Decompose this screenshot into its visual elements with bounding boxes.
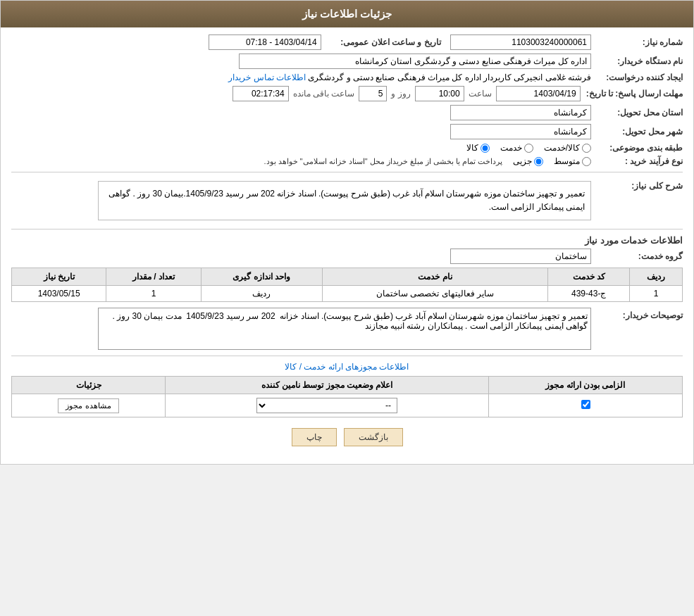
creator-value: فرشته غلامی انجیرکی کاربردار اداره کل می… <box>308 73 591 82</box>
deadline-days: 5 <box>359 86 387 101</box>
service-group-value: ساختمان <box>450 249 591 264</box>
deadline-remain-label: ساعت باقی مانده <box>293 89 355 99</box>
province-label: استان محل تحویل: <box>591 108 683 118</box>
category-label: طبقه بندی موضوعی: <box>591 143 683 153</box>
service-table-header: ردیف کد خدمت نام خدمت واحد اندازه گیری ت… <box>12 268 683 286</box>
deadline-row: مهلت ارسال پاسخ: تا تاریخ: 1403/04/19 سا… <box>11 86 683 101</box>
permission-table-header: الزامی بودن ارائه مجوز اعلام وضعیت مجوز … <box>12 377 683 394</box>
buyer-desc-label: توصیحات خریدار: <box>591 308 683 320</box>
cell-date: 1403/05/15 <box>12 286 106 302</box>
category-option-service[interactable]: خدمت <box>500 143 533 153</box>
category-option-goods[interactable]: کالا <box>466 143 490 153</box>
permission-table: الزامی بودن ارائه مجوز اعلام وضعیت مجوز … <box>11 376 683 417</box>
category-label-service: خدمت <box>500 143 522 153</box>
col-code: کد خدمت <box>548 268 630 286</box>
process-option-medium[interactable]: متوسط <box>554 156 591 166</box>
process-row: نوع فرآیند خرید : متوسط جزیی پرداخت تمام… <box>11 156 683 166</box>
buyer-label: نام دستگاه خریدار: <box>591 56 683 66</box>
process-label: نوع فرآیند خرید : <box>591 156 683 166</box>
process-type-group: متوسط جزیی پرداخت تمام یا بخشی از مبلغ خ… <box>264 156 591 166</box>
process-option-partial[interactable]: جزیی <box>513 156 543 166</box>
process-note: پرداخت تمام یا بخشی از مبلغ خریداز محل "… <box>264 157 502 166</box>
date-value: 1403/04/14 - 07:18 <box>209 34 321 50</box>
divider-1 <box>11 172 683 172</box>
deadline-label: مهلت ارسال پاسخ: تا تاریخ: <box>581 89 683 99</box>
need-desc-row: شرح کلی نیاز: تعمیر و تجهیز ساختمان موزه… <box>11 178 683 223</box>
deadline-time-label: ساعت <box>469 89 492 99</box>
view-permit-button[interactable]: مشاهده مجوز <box>58 398 118 413</box>
service-table: ردیف کد خدمت نام خدمت واحد اندازه گیری ت… <box>11 268 683 302</box>
city-row: شهر محل تحویل: کرمانشاه <box>11 124 683 139</box>
buyer-row: نام دستگاه خریدار: اداره کل میراث فرهنگی… <box>11 54 683 69</box>
divider-2 <box>11 229 683 230</box>
col-date: تاریخ نیاز <box>12 268 106 286</box>
category-radio-goods[interactable] <box>481 144 490 153</box>
city-label: شهر محل تحویل: <box>591 127 683 137</box>
deadline-remain: 02:17:34 <box>233 86 289 101</box>
cell-status: -- <box>166 394 489 417</box>
category-radio-goods-service[interactable] <box>582 144 591 153</box>
required-checkbox[interactable] <box>581 400 590 409</box>
category-option-goods-service[interactable]: کالا/خدمت <box>544 143 591 153</box>
status-select[interactable]: -- <box>256 398 397 413</box>
category-label-goods: کالا <box>466 143 478 153</box>
col-unit: واحد اندازه گیری <box>201 268 322 286</box>
cell-details: مشاهده مجوز <box>12 394 166 417</box>
col-details: جزئیات <box>12 377 166 394</box>
deadline-inputs: 1403/04/19 ساعت 10:00 روز و 5 ساعت باقی … <box>233 86 581 101</box>
col-name: نام خدمت <box>322 268 548 286</box>
permission-section-title[interactable]: اطلاعات مجوزهای ارائه خدمت / کالا <box>285 362 409 372</box>
buyer-desc-row: توصیحات خریدار: تعمیر و تجهیز ساختمان مو… <box>11 308 683 350</box>
cell-unit: ردیف <box>201 286 322 302</box>
creator-contact-link[interactable]: اطلاعات تماس خریدار <box>228 73 306 82</box>
need-desc-label: شرح کلی نیاز: <box>591 178 683 191</box>
service-table-header-row: ردیف کد خدمت نام خدمت واحد اندازه گیری ت… <box>12 268 683 286</box>
need-number-value: 1103003240000061 <box>450 34 591 50</box>
need-number-label: شماره نیاز: <box>591 37 683 47</box>
creator-row: ایجاد کننده درخواست: فرشته غلامی انجیرکی… <box>11 73 683 82</box>
buyer-value: اداره کل میراث فرهنگی صنایع دستی و گردشگ… <box>239 54 591 69</box>
need-number-row: شماره نیاز: 1103003240000061 تاریخ و ساع… <box>11 34 683 50</box>
city-value: کرمانشاه <box>450 124 591 139</box>
date-label: تاریخ و ساعت اعلان عمومی: <box>321 37 441 47</box>
category-label-goods-service: کالا/خدمت <box>544 143 580 153</box>
page-wrapper: جزئیات اطلاعات نیاز شماره نیاز: 11030032… <box>0 0 694 465</box>
col-count: تعداد / مقدار <box>106 268 201 286</box>
deadline-days-label: روز و <box>391 89 410 99</box>
buyer-description-textarea[interactable]: تعمیر و تجهیز ساختمان موزه شهرستان اسلام… <box>98 308 591 350</box>
service-group-label: گروه خدمت: <box>591 251 683 261</box>
cell-code: ج-43-439 <box>548 286 630 302</box>
deadline-date: 1403/04/19 <box>496 86 581 101</box>
col-required: الزامی بودن ارائه مجوز <box>489 377 683 394</box>
category-radio-service[interactable] <box>524 144 533 153</box>
deadline-time: 10:00 <box>415 86 464 101</box>
col-row: ردیف <box>630 268 683 286</box>
process-radio-partial[interactable] <box>534 157 543 166</box>
content-area: شماره نیاز: 1103003240000061 تاریخ و ساع… <box>1 27 693 464</box>
cell-count: 1 <box>106 286 201 302</box>
table-row: 1 ج-43-439 سایر فعالیتهای تخصصی ساختمان … <box>12 286 683 302</box>
province-value: کرمانشاه <box>450 105 591 120</box>
col-status: اعلام وضعیت مجوز توسط نامین کننده <box>166 377 489 394</box>
process-label-medium: متوسط <box>554 156 580 166</box>
service-group-row: گروه خدمت: ساختمان <box>11 249 683 264</box>
cell-name: سایر فعالیتهای تخصصی ساختمان <box>322 286 548 302</box>
permission-table-row: -- مشاهده مجوز <box>12 394 683 417</box>
province-row: استان محل تحویل: کرمانشاه <box>11 105 683 120</box>
cell-required <box>489 394 683 417</box>
process-label-partial: جزیی <box>513 156 532 166</box>
page-title: جزئیات اطلاعات نیاز <box>1 1 693 27</box>
creator-label: ایجاد کننده درخواست: <box>591 73 683 82</box>
category-row: طبقه بندی موضوعی: کالا/خدمت خدمت کالا <box>11 143 683 153</box>
divider-3 <box>11 356 683 356</box>
permission-header-row: الزامی بودن ارائه مجوز اعلام وضعیت مجوز … <box>12 377 683 394</box>
category-radio-group: کالا/خدمت خدمت کالا <box>466 143 591 153</box>
process-radio-medium[interactable] <box>582 157 591 166</box>
back-button[interactable]: بازگشت <box>344 428 403 446</box>
cell-row: 1 <box>630 286 683 302</box>
permission-table-body: -- مشاهده مجوز <box>12 394 683 417</box>
footer-buttons: بازگشت چاپ <box>11 417 683 457</box>
print-button[interactable]: چاپ <box>292 428 337 446</box>
service-section-title: اطلاعات خدمات مورد نیاز <box>11 235 683 246</box>
need-description-box: تعمیر و تجهیز ساختمان موزه شهرستان اسلام… <box>98 181 591 220</box>
